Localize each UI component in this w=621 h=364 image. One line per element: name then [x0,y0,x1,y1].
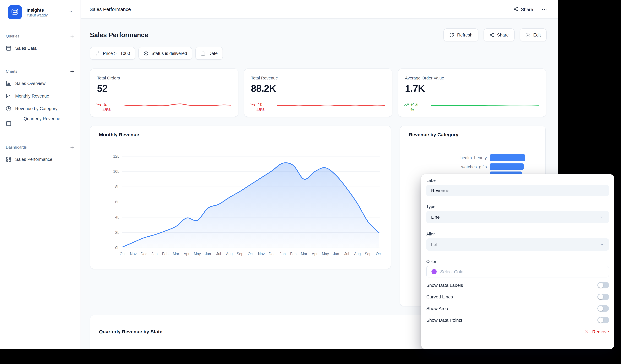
label-field-label: Label [426,178,609,183]
svg-text:May: May [322,252,329,256]
table-icon [6,121,11,126]
sidebar-item-monthly-revenue[interactable]: Monthly Revenue [0,90,81,102]
toggle-label: Show Area [426,306,448,311]
chevron-down-icon[interactable] [68,9,73,16]
label-input[interactable]: Revenue [426,185,609,196]
refresh-label: Refresh [457,32,473,37]
show-data-points-toggle[interactable] [597,317,609,323]
filter-chip-status[interactable]: Status is delivered [138,47,192,60]
kpi-card-total-orders: Total Orders 52 -5.45% [90,68,238,117]
more-options-button[interactable] [541,6,547,12]
category-bar-row: health_beauty [400,154,545,161]
check-circle-icon [144,51,148,56]
edit-button[interactable]: Edit [520,28,547,41]
queries-section-header: Queries [6,33,75,39]
sidebar-item-revenue-by-category[interactable]: Revenue by Category [0,102,81,115]
filter-chip-date[interactable]: Date [195,47,223,60]
svg-text:10L: 10L [113,169,120,174]
type-field-label: Type [426,204,609,209]
svg-text:Mar: Mar [301,252,307,256]
add-chart-button[interactable] [69,69,75,74]
kpi-label: Average Order Value [405,76,444,80]
svg-text:12L: 12L [113,154,120,158]
sidebar-item-sales-data[interactable]: Sales Data [0,42,81,55]
svg-text:Nov: Nov [130,252,137,256]
type-select-value: Line [431,214,440,220]
svg-text:Oct: Oct [120,252,125,256]
insights-logo-icon [11,7,19,17]
show-data-labels-toggle[interactable] [597,282,609,288]
color-swatch [431,269,437,274]
app-name: Insights [27,7,64,13]
sidebar: Insights Yusuf wagdy Queries Sal [0,0,81,349]
toggle-knob [598,306,603,311]
share-icon [489,32,494,37]
color-picker-field[interactable]: Select Color [426,266,609,277]
sidebar-item-label: Quarterly Revenue [24,116,60,121]
curved-lines-toggle[interactable] [597,294,609,300]
filter-label: Status is delivered [151,51,187,56]
monthly-revenue-chart-card: Monthly Revenue 0L2L4L6L8L10L12LOctNovDe… [90,126,391,269]
sidebar-item-sales-performance[interactable]: Sales Performance [0,153,81,166]
svg-text:2L: 2L [115,230,119,235]
kpi-sparkline [276,101,386,110]
add-query-button[interactable] [69,33,75,39]
dashboards-section-title: Dashboards [6,145,27,150]
category-bar [490,154,525,161]
svg-text:6L: 6L [115,200,119,204]
share-button[interactable]: Share [483,28,515,41]
align-field-label: Align [426,232,609,237]
workspace-switcher[interactable]: Insights Yusuf wagdy [0,0,81,19]
filter-chip-price[interactable]: Price >= 1000 [90,47,135,60]
toggle-label: Show Data Labels [426,283,463,288]
svg-text:Apr: Apr [312,252,318,256]
bar-chart-icon [6,81,11,86]
svg-text:Sep: Sep [237,252,243,256]
svg-text:May: May [194,252,201,256]
queries-section-title: Queries [6,34,19,38]
layout-dashboard-icon [6,157,11,162]
svg-text:Aug: Aug [226,252,233,256]
sidebar-item-sales-overview[interactable]: Sales Overview [0,77,81,90]
workspace-name: Yusuf wagdy [27,13,64,17]
topbar-share-button[interactable]: Share [513,6,533,12]
filter-label: Date [208,51,218,56]
svg-text:Sep: Sep [365,252,371,256]
svg-text:Oct: Oct [248,252,254,256]
svg-text:Dec: Dec [269,252,276,256]
close-icon [584,329,589,334]
kpi-trend: -10.46% [250,102,265,112]
type-select[interactable]: Line [426,211,609,223]
svg-text:Dec: Dec [141,252,147,256]
kpi-trend: +1.6% [404,102,418,112]
svg-text:Jul: Jul [216,252,221,256]
chart-title: Quarterly Revenue by State [99,329,162,334]
toggle-label: Curved Lines [426,294,453,300]
svg-text:Jan: Jan [280,252,286,256]
chart-title: Monthly Revenue [99,132,139,137]
svg-text:Feb: Feb [290,252,297,256]
refresh-button[interactable]: Refresh [444,28,478,41]
chevron-down-icon [600,242,604,247]
kpi-card-average-order-value: Average Order Value 1.7K +1.6% [398,68,546,117]
remove-label: Remove [592,329,609,334]
show-area-toggle[interactable] [597,305,609,312]
category-bar-row: watches_gifts [400,163,545,170]
svg-text:Nov: Nov [258,252,265,256]
topbar: Sales Performance Share [81,0,558,19]
page-title: Sales Performance [90,31,148,39]
refresh-icon [449,32,454,37]
table-icon [6,46,11,51]
sidebar-item-quarterly-revenue[interactable]: Quarterly Revenue [0,115,81,130]
align-select[interactable]: Left [426,238,609,251]
toggle-row-show-area: Show Area [426,305,609,312]
toggle-label: Show Data Points [426,317,462,323]
sidebar-item-label: Sales Performance [15,157,52,162]
toggle-knob [598,317,603,323]
charts-section-header: Charts [6,69,75,74]
svg-text:Aug: Aug [354,252,361,256]
share-icon [513,6,518,12]
remove-series-button[interactable]: Remove [584,329,609,334]
add-dashboard-button[interactable] [69,145,75,150]
kpi-sparkline [122,101,232,110]
